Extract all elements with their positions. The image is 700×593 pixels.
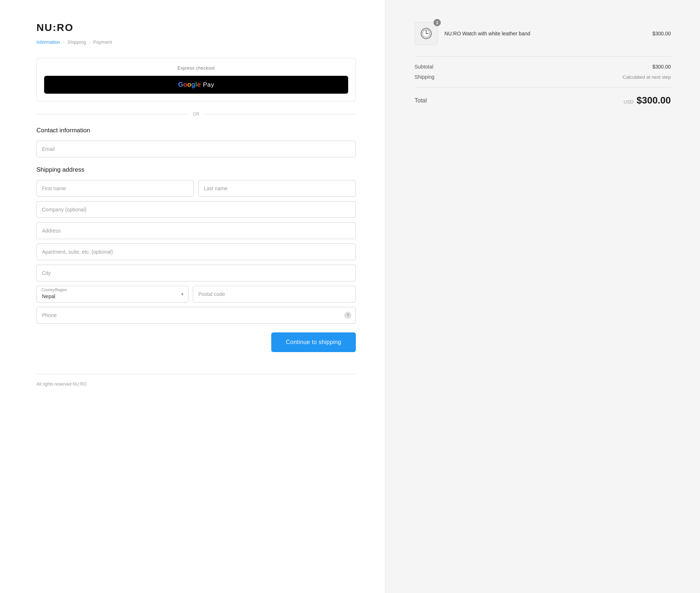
- shipping-row: Shipping Calculated at next step: [415, 74, 671, 80]
- phone-group: ?: [36, 307, 356, 324]
- continue-btn-row: Continue to shipping: [36, 332, 356, 352]
- company-group: [36, 201, 356, 218]
- city-field[interactable]: [36, 265, 356, 281]
- watch-icon: [420, 27, 433, 40]
- breadcrumb-information[interactable]: Information: [36, 39, 60, 45]
- summary-divider-1: [415, 56, 671, 56]
- footer: All rights reserved NU:RO: [36, 374, 356, 387]
- last-name-field[interactable]: [198, 180, 356, 197]
- product-image-wrapper: 1: [415, 22, 438, 45]
- first-name-field[interactable]: [36, 180, 194, 197]
- country-select[interactable]: Nepal: [36, 286, 188, 303]
- apartment-field[interactable]: [36, 243, 356, 260]
- product-quantity-badge: 1: [433, 19, 441, 26]
- contact-section-title: Contact information: [36, 127, 356, 134]
- shipping-value: Calculated at next step: [623, 74, 671, 80]
- gpay-pay-label: Pay: [203, 81, 214, 89]
- google-g-icon: Google: [178, 81, 201, 89]
- phone-field[interactable]: [36, 307, 356, 324]
- address-group: [36, 222, 356, 239]
- or-divider: OR: [36, 112, 356, 117]
- continue-to-shipping-button[interactable]: Continue to shipping: [271, 332, 356, 352]
- total-value-wrapper: USD $300.00: [624, 95, 671, 106]
- shipping-section-title: Shipping address: [36, 166, 356, 173]
- breadcrumb-sep-2: ›: [89, 40, 90, 45]
- product-price: $300.00: [652, 31, 671, 36]
- left-panel: NU:RO Information › Shipping › Payment E…: [0, 0, 385, 593]
- breadcrumb-shipping[interactable]: Shipping: [67, 39, 86, 45]
- shipping-label: Shipping: [415, 74, 435, 80]
- express-checkout-label: Express checkout: [44, 66, 348, 71]
- total-row: Total USD $300.00: [415, 87, 671, 106]
- phone-help-icon[interactable]: ?: [344, 312, 351, 319]
- right-panel: 1 NU:RO Watch with white leather band $3…: [385, 0, 700, 593]
- svg-rect-4: [425, 28, 427, 29]
- subtotal-label: Subtotal: [415, 64, 433, 70]
- email-group: [36, 141, 356, 157]
- subtotal-value: $300.00: [652, 64, 671, 70]
- apartment-group: [36, 243, 356, 260]
- total-currency: USD: [624, 99, 634, 105]
- brand-logo: NU:RO: [36, 22, 356, 34]
- express-checkout-section: Express checkout Google Pay: [36, 58, 356, 101]
- city-group: [36, 265, 356, 281]
- address-field[interactable]: [36, 222, 356, 239]
- subtotal-row: Subtotal $300.00: [415, 64, 671, 70]
- company-field[interactable]: [36, 201, 356, 218]
- product-item: 1 NU:RO Watch with white leather band $3…: [415, 22, 671, 45]
- total-amount: $300.00: [637, 95, 671, 106]
- name-row: [36, 180, 356, 197]
- product-name: NU:RO Watch with white leather band: [444, 31, 646, 36]
- or-text: OR: [193, 112, 199, 117]
- product-image: [415, 22, 438, 45]
- postal-code-field[interactable]: [193, 286, 356, 303]
- country-wrapper: Country/Region Nepal ▾: [36, 286, 188, 303]
- email-field[interactable]: [36, 141, 356, 157]
- breadcrumb: Information › Shipping › Payment: [36, 39, 356, 45]
- gpay-button[interactable]: Google Pay: [44, 76, 348, 94]
- total-label: Total: [415, 97, 427, 104]
- breadcrumb-payment[interactable]: Payment: [93, 39, 112, 45]
- svg-rect-5: [425, 38, 427, 39]
- breadcrumb-sep-1: ›: [63, 40, 65, 45]
- product-info: NU:RO Watch with white leather band: [444, 31, 646, 36]
- country-postal-row: Country/Region Nepal ▾: [36, 286, 356, 303]
- shipping-address-section: Shipping address Country/Region Nepal ▾: [36, 166, 356, 324]
